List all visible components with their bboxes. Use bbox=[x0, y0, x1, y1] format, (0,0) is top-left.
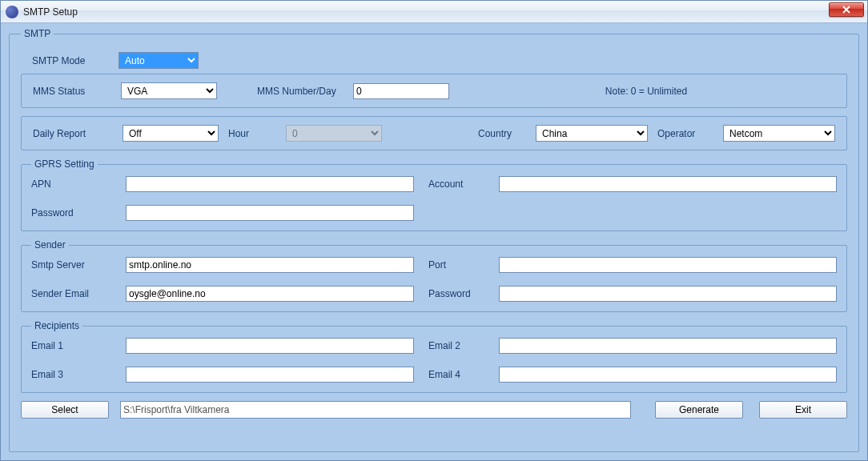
app-icon bbox=[6, 6, 18, 18]
sender-password-label: Password bbox=[428, 288, 484, 299]
gprs-account-label: Account bbox=[428, 178, 484, 190]
hour-select: 0 bbox=[286, 125, 382, 142]
gprs-password-input bbox=[126, 205, 414, 221]
mms-status-label: MMS Status bbox=[33, 86, 113, 97]
mms-box: MMS Status VGA MMS Number/Day Note: 0 = … bbox=[21, 74, 847, 108]
daily-report-select[interactable]: Off bbox=[123, 125, 219, 142]
email4-label: Email 4 bbox=[428, 369, 484, 380]
email2-input[interactable] bbox=[499, 338, 837, 354]
sender-legend: Sender bbox=[31, 239, 69, 251]
country-label: Country bbox=[478, 128, 526, 139]
mms-note: Note: 0 = Unlimited bbox=[457, 86, 835, 97]
email1-label: Email 1 bbox=[31, 340, 111, 351]
apn-input bbox=[126, 176, 414, 192]
path-input bbox=[120, 401, 631, 419]
email3-label: Email 3 bbox=[31, 369, 111, 380]
gprs-group: GPRS Setting APN Account Password bbox=[21, 158, 847, 231]
close-icon bbox=[842, 6, 850, 14]
smtp-group: SMTP SMTP Mode Auto MMS Status VGA MMS N… bbox=[9, 28, 859, 452]
sender-email-input[interactable] bbox=[126, 286, 414, 302]
apn-label: APN bbox=[31, 178, 111, 190]
smtp-legend: SMTP bbox=[21, 28, 54, 39]
email1-input[interactable] bbox=[126, 338, 414, 354]
recipients-group: Recipients Email 1 Email 2 Email 3 Email… bbox=[21, 320, 847, 393]
gprs-password-label: Password bbox=[31, 207, 111, 218]
select-button[interactable]: Select bbox=[21, 401, 109, 419]
operator-label: Operator bbox=[657, 128, 713, 139]
window: SMTP Setup SMTP SMTP Mode Auto MMS Statu… bbox=[0, 0, 868, 461]
mms-numday-label: MMS Number/Day bbox=[257, 86, 345, 97]
daily-box: Daily Report Off Hour 0 Country China Op… bbox=[21, 116, 847, 150]
country-select[interactable]: China bbox=[536, 125, 648, 142]
titlebar: SMTP Setup bbox=[1, 1, 867, 23]
mms-numday-input[interactable] bbox=[353, 83, 449, 99]
smtp-mode-label: SMTP Mode bbox=[32, 55, 112, 66]
email2-label: Email 2 bbox=[428, 340, 484, 351]
close-button[interactable] bbox=[829, 2, 864, 17]
recipients-legend: Recipients bbox=[31, 320, 82, 331]
gprs-legend: GPRS Setting bbox=[31, 158, 98, 170]
daily-report-label: Daily Report bbox=[33, 128, 113, 139]
mms-status-select[interactable]: VGA bbox=[121, 82, 217, 99]
sender-password-input[interactable] bbox=[499, 286, 837, 302]
generate-button[interactable]: Generate bbox=[655, 401, 743, 419]
smtp-server-input[interactable] bbox=[126, 257, 414, 273]
window-title: SMTP Setup bbox=[23, 6, 78, 18]
exit-button[interactable]: Exit bbox=[759, 401, 847, 419]
port-label: Port bbox=[428, 259, 484, 271]
smtp-mode-select[interactable]: Auto bbox=[119, 52, 199, 69]
email3-input[interactable] bbox=[126, 367, 414, 383]
sender-email-label: Sender Email bbox=[31, 288, 111, 299]
email4-input[interactable] bbox=[499, 367, 837, 383]
gprs-account-input bbox=[499, 176, 837, 192]
hour-label: Hour bbox=[228, 128, 276, 139]
client-area: SMTP SMTP Mode Auto MMS Status VGA MMS N… bbox=[1, 23, 867, 460]
sender-group: Sender Smtp Server Port Sender Email Pas… bbox=[21, 239, 847, 312]
operator-select[interactable]: Netcom bbox=[723, 125, 835, 142]
port-input bbox=[499, 257, 837, 273]
smtp-server-label: Smtp Server bbox=[31, 259, 111, 271]
